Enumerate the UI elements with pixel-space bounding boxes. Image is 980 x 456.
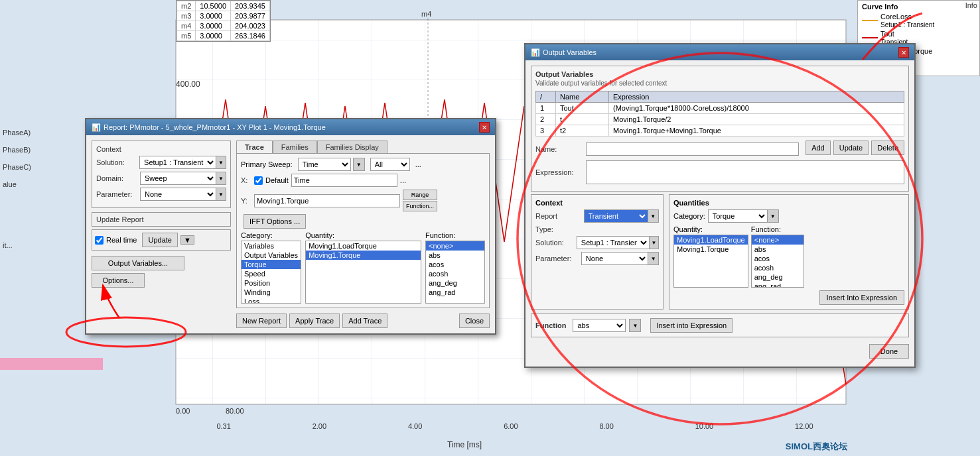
name-input-field[interactable] xyxy=(586,142,799,156)
output-function-item[interactable]: <none> xyxy=(752,235,804,245)
apply-trace-button[interactable]: Apply Trace xyxy=(289,314,340,328)
output-variables-button[interactable]: Output Variables... xyxy=(92,256,184,270)
output-solution-select[interactable]: Setup1 : Transient xyxy=(577,236,650,249)
y-zero-label: 0.00 xyxy=(176,407,190,415)
primary-sweep-dots[interactable]: ... xyxy=(415,160,421,168)
x-axis-title: Time [ms] xyxy=(447,440,482,449)
value-label: alue xyxy=(3,180,84,188)
output-quantity-item[interactable]: Moving1.LoadTorque xyxy=(674,235,748,245)
ifft-options-button[interactable]: IFFT Options ... xyxy=(244,214,306,229)
range-button[interactable]: Range xyxy=(403,190,437,200)
output-report-arrow[interactable]: ▼ xyxy=(648,209,659,223)
output-function-item[interactable]: ang_rad xyxy=(752,282,804,288)
solution-select[interactable]: Setup1 : Transient xyxy=(139,156,216,169)
tab-families-display[interactable]: Families Display xyxy=(317,141,387,153)
function-item[interactable]: ang_deg xyxy=(426,278,484,288)
parameter-select[interactable]: None xyxy=(140,188,216,201)
y-value-input[interactable] xyxy=(254,194,400,207)
x-axis-bar: 0.312.004.006.008.0010.0012.00 xyxy=(176,416,854,436)
category-item[interactable]: Variables xyxy=(242,241,301,251)
output-parameter-select[interactable]: None xyxy=(581,252,648,265)
x-dots[interactable]: ... xyxy=(400,176,406,184)
output-type-row: Type: xyxy=(535,225,659,233)
y-label: Y: xyxy=(241,197,254,205)
output-function-item[interactable]: abs xyxy=(752,245,804,254)
delete-button[interactable]: Delete xyxy=(871,141,904,155)
report-main-row: Context Solution: Setup1 : Transient ▼ D… xyxy=(92,141,490,328)
output-variables-subtitle: Validate output variables for selected c… xyxy=(535,80,904,87)
update-var-button[interactable]: Update xyxy=(833,141,869,155)
qty-category-select[interactable]: Torque xyxy=(708,209,768,223)
insert-into-expression-button[interactable]: Insert Into Expression xyxy=(819,290,904,305)
output-parameter-arrow[interactable]: ▼ xyxy=(648,252,659,265)
row-id: m5 xyxy=(177,31,196,41)
output-function-item[interactable]: acos xyxy=(752,254,804,263)
category-list[interactable]: VariablesOutput VariablesTorqueSpeedPosi… xyxy=(241,241,301,304)
category-item[interactable]: Winding xyxy=(242,288,301,297)
tab-families[interactable]: Families xyxy=(273,141,317,153)
options-button[interactable]: Options... xyxy=(92,273,145,288)
quantity-item[interactable]: Moving1.LoadTorque xyxy=(306,241,421,251)
legend-label-coreloss: CoreLossSetup1 : Transient xyxy=(880,13,934,28)
output-quantity-list[interactable]: Moving1.LoadTorqueMoving1.Torque xyxy=(673,235,748,288)
done-button[interactable]: Done xyxy=(869,344,909,359)
phase-c-label: PhaseC) xyxy=(3,163,84,171)
function-item[interactable]: acos xyxy=(426,260,484,269)
out-expression: Moving1.Torque/2 xyxy=(609,114,904,125)
output-variables-table: / Name Expression 1 Tout (Moving1.Torque… xyxy=(535,91,904,137)
add-trace-button[interactable]: Add Trace xyxy=(342,314,387,328)
x-default-checkbox[interactable] xyxy=(254,176,263,185)
realtime-checkbox[interactable] xyxy=(95,236,104,245)
x-default-label: Default xyxy=(265,176,289,184)
update-button[interactable]: Update xyxy=(142,233,177,247)
x-value-input[interactable] xyxy=(291,174,397,187)
output-function-item[interactable]: acosh xyxy=(752,263,804,272)
add-button[interactable]: Add xyxy=(805,141,831,155)
quantity-item[interactable]: Moving1.Torque xyxy=(306,251,421,260)
simol-logo: SIMOL西奥论坛 xyxy=(786,441,847,453)
qty-category-arrow[interactable]: ▼ xyxy=(767,209,779,223)
report-close-button[interactable]: ✕ xyxy=(479,122,490,133)
function-item[interactable]: acosh xyxy=(426,269,484,278)
function-button[interactable]: Function... xyxy=(403,201,437,211)
function-select[interactable]: abs xyxy=(573,319,626,332)
dialog-bottom-btns: New Report Apply Trace Add Trace Close xyxy=(236,314,490,328)
function-item[interactable]: ang_rad xyxy=(426,288,484,297)
output-solution-arrow[interactable]: ▼ xyxy=(649,236,659,249)
tab-trace[interactable]: Trace xyxy=(236,141,273,153)
expression-input[interactable] xyxy=(586,160,904,184)
primary-sweep-all-select[interactable]: All xyxy=(370,158,410,171)
primary-sweep-arrow[interactable]: ▼ xyxy=(353,158,365,171)
output-function-item[interactable]: ang_deg xyxy=(752,272,804,282)
row-id: m4 xyxy=(177,21,196,31)
output-solution-row: Solution: Setup1 : Transient ▼ xyxy=(535,236,659,249)
context-title: Context xyxy=(96,145,226,153)
output-table-row[interactable]: 1 Tout (Moving1.Torque*18000-CoreLoss)/1… xyxy=(536,103,904,114)
category-item[interactable]: Position xyxy=(242,278,301,288)
category-item[interactable]: Speed xyxy=(242,269,301,278)
function-select-arrow[interactable]: ▼ xyxy=(629,319,641,332)
output-close-button[interactable]: ✕ xyxy=(898,47,909,58)
quantity-list[interactable]: Moving1.LoadTorqueMoving1.Torque xyxy=(305,241,421,304)
output-function-list[interactable]: <none>absacosacoshang_degang_radasinasin… xyxy=(751,235,804,288)
function-list[interactable]: <none>absacosacoshang_degang_rad xyxy=(425,241,485,304)
col-slash: / xyxy=(536,91,556,103)
category-item[interactable]: Torque xyxy=(242,260,301,269)
domain-select[interactable]: Sweep xyxy=(140,172,216,185)
solution-dropdown-arrow[interactable]: ▼ xyxy=(216,156,226,169)
function-item[interactable]: <none> xyxy=(426,241,484,251)
insert-function-button[interactable]: Insert into Expression xyxy=(650,318,733,333)
category-item[interactable]: Output Variables xyxy=(242,251,301,260)
domain-dropdown-arrow[interactable]: ▼ xyxy=(216,172,226,185)
category-item[interactable]: Loss xyxy=(242,297,301,304)
output-report-select[interactable]: Transient xyxy=(584,209,648,223)
new-report-button[interactable]: New Report xyxy=(236,314,287,328)
output-table-row[interactable]: 2 t Moving1.Torque/2 xyxy=(536,114,904,125)
function-item[interactable]: abs xyxy=(426,251,484,260)
close-button[interactable]: Close xyxy=(459,314,490,328)
output-table-row[interactable]: 3 t2 Moving1.Torque+Moving1.Torque xyxy=(536,125,904,137)
update-dropdown-arrow[interactable]: ▼ xyxy=(180,235,194,245)
output-quantity-item[interactable]: Moving1.Torque xyxy=(674,245,748,254)
parameter-dropdown-arrow[interactable]: ▼ xyxy=(216,188,226,201)
primary-sweep-select[interactable]: Time xyxy=(298,158,351,171)
